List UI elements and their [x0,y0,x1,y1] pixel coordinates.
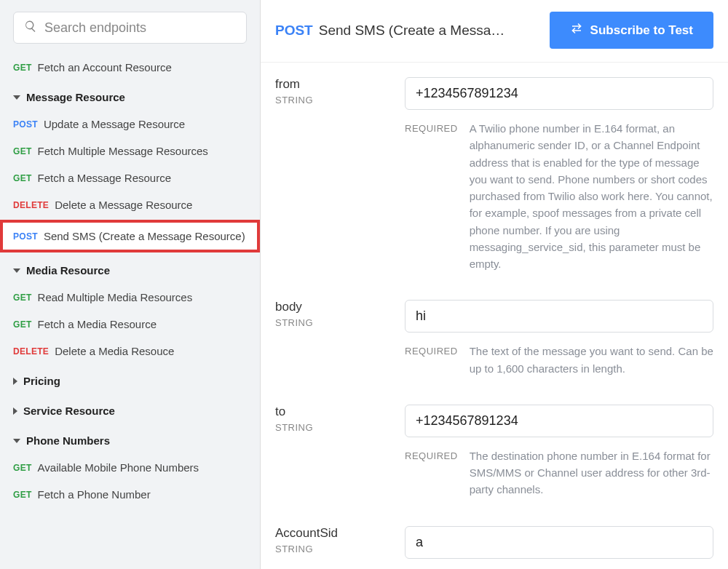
param-input[interactable] [405,77,713,110]
method-badge: DELETE [13,346,49,357]
sidebar-endpoint[interactable]: POSTUpdate a Message Resource [0,111,260,138]
endpoint-header: POST Send SMS (Create a Messa… Subscribe… [261,0,728,63]
param-description-row: REQUIREDThe text of the message you want… [405,343,713,377]
caret-right-icon [13,407,17,415]
method-badge: GET [13,173,32,183]
param-row: AccountSidSTRINGREQUIREDThe SID of the A… [275,516,713,570]
sidebar-endpoint[interactable]: GETAvailable Mobile Phone Numbers [0,454,260,481]
sidebar-endpoint[interactable]: POSTSend SMS (Create a Message Resource) [0,220,260,252]
param-body: REQUIREDA Twilio phone number in E.164 f… [405,77,713,272]
sidebar-endpoint[interactable]: GETFetch Multiple Message Resources [0,138,260,164]
required-badge: REQUIRED [405,120,458,272]
param-description: The text of the message you want to send… [470,343,713,377]
sidebar-endpoint-label: Fetch a Media Resource [38,318,157,330]
method-badge: GET [13,293,32,303]
param-meta: bodySTRING [275,300,384,377]
sidebar-endpoint[interactable]: GETFetch an Account Resource [0,54,260,81]
subscribe-button[interactable]: Subscribe to Test [550,12,713,49]
param-type: STRING [275,422,384,433]
caret-down-icon [13,439,20,443]
endpoint-method: POST [275,23,313,39]
search-box[interactable] [13,12,247,44]
param-name: AccountSid [275,526,384,541]
sidebar-endpoint-label: Delete a Media Resouce [55,345,174,357]
required-badge: REQUIRED [405,447,458,498]
sidebar-endpoint-label: Fetch a Phone Number [38,488,151,501]
sidebar-endpoint[interactable]: GETFetch a Media Resource [0,311,260,338]
sidebar-endpoint-label: Fetch a Message Resource [38,172,171,184]
param-row: toSTRINGREQUIREDThe destination phone nu… [275,394,713,516]
param-row: bodySTRINGREQUIREDThe text of the messag… [275,290,713,394]
method-badge: GET [13,63,32,73]
sidebar-endpoint[interactable]: DELETEDelete a Media Resouce [0,338,260,365]
endpoint-title: Send SMS (Create a Messa… [319,23,505,39]
sidebar-group[interactable]: Service Resource [0,394,260,424]
param-type: STRING [275,544,384,554]
sidebar-group[interactable]: Phone Numbers [0,424,260,454]
param-input[interactable] [405,300,713,333]
param-type: STRING [275,317,384,328]
method-badge: GET [13,319,32,330]
param-name: body [275,300,384,314]
caret-right-icon [13,378,17,385]
method-badge: GET [13,490,32,500]
param-name: to [275,405,384,419]
param-description-row: REQUIREDThe destination phone number in … [405,447,713,498]
sidebar: GETFetch an Account ResourceMessage Reso… [0,0,261,569]
param-description: A Twilio phone number in E.164 format, a… [470,120,713,272]
param-input[interactable] [405,526,713,559]
sidebar-endpoint-label: Update a Message Resource [44,118,185,130]
swap-icon [570,22,583,39]
method-badge: POST [13,119,38,130]
param-row: fromSTRINGREQUIREDA Twilio phone number … [275,67,713,290]
sidebar-endpoint[interactable]: GETFetch a Message Resource [0,164,260,191]
sidebar-group[interactable]: Media Resource [0,254,260,284]
param-name: from [275,77,384,92]
sidebar-endpoint-label: Read Multiple Media Resources [38,291,193,303]
caret-down-icon [13,95,20,100]
sidebar-group-label: Media Resource [26,264,110,276]
sidebar-group[interactable]: Pricing [0,365,260,394]
sidebar-endpoint-label: Fetch Multiple Message Resources [38,145,208,157]
param-type: STRING [275,95,384,106]
sidebar-group[interactable]: Message Resource [0,81,260,111]
params-list: fromSTRINGREQUIREDA Twilio phone number … [261,63,728,569]
sidebar-group-label: Service Resource [23,405,115,417]
param-description: The destination phone number in E.164 fo… [470,447,713,498]
main-panel: POST Send SMS (Create a Messa… Subscribe… [261,0,728,569]
param-meta: AccountSidSTRING [275,526,384,570]
sidebar-endpoint-label: Send SMS (Create a Message Resource) [44,230,245,242]
param-body: REQUIREDThe text of the message you want… [405,300,713,377]
method-badge: GET [13,463,32,473]
sidebar-endpoint[interactable]: GETRead Multiple Media Resources [0,284,260,311]
method-badge: POST [13,231,38,242]
param-description-row: REQUIREDA Twilio phone number in E.164 f… [405,120,713,272]
required-badge: REQUIRED [405,343,458,377]
param-input[interactable] [405,405,713,437]
sidebar-endpoint-label: Available Mobile Phone Numbers [38,461,199,474]
param-meta: fromSTRING [275,77,384,272]
param-body: REQUIREDThe destination phone number in … [405,405,713,498]
param-body: REQUIREDThe SID of the Account that crea… [405,526,713,570]
sidebar-group-label: Message Resource [26,91,125,103]
sidebar-group-label: Phone Numbers [26,434,110,447]
sidebar-endpoint[interactable]: GETFetch a Phone Number [0,481,260,508]
sidebar-endpoint[interactable]: DELETEDelete a Message Resource [0,191,260,218]
method-badge: DELETE [13,200,49,210]
sidebar-endpoint-label: Fetch an Account Resource [38,61,172,73]
search-input[interactable] [44,20,236,36]
sidebar-endpoint-label: Delete a Message Resource [55,199,192,211]
sidebar-group-label: Pricing [23,375,60,387]
subscribe-label: Subscribe to Test [590,23,693,38]
method-badge: GET [13,146,32,156]
caret-down-icon [13,268,20,273]
param-meta: toSTRING [275,405,384,498]
search-icon [24,20,37,36]
